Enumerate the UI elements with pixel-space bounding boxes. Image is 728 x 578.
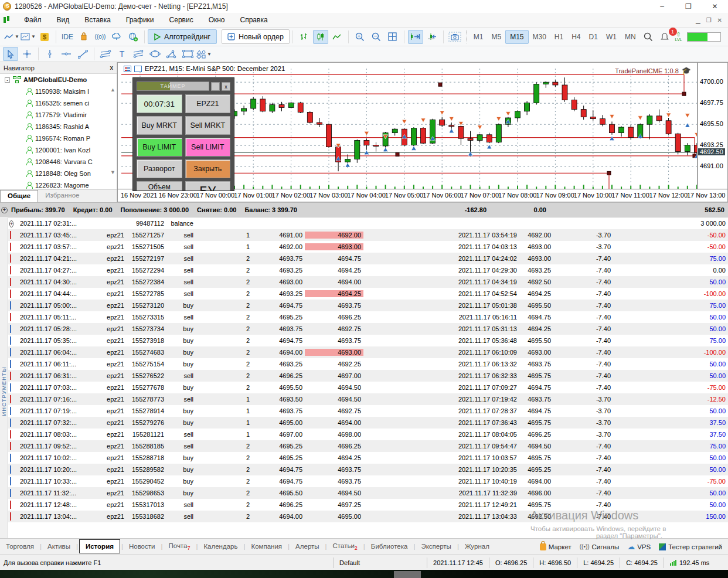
tile-windows-icon[interactable] <box>385 30 400 44</box>
mdi-minimize-icon[interactable]: ▁ <box>696 17 700 23</box>
tab-компания[interactable]: Компания <box>245 540 288 553</box>
shift-end-icon[interactable] <box>408 30 423 44</box>
trendline-tool-icon[interactable] <box>75 47 90 61</box>
summary-plus-icon[interactable]: + <box>1 207 8 213</box>
candles-chart-icon[interactable] <box>313 30 328 44</box>
line-chart-icon[interactable] <box>329 30 345 44</box>
menu-вставка[interactable]: Вставка <box>77 13 118 26</box>
sell-limit-button[interactable]: Sell LIMIT <box>185 138 231 157</box>
history-row[interactable]: 2021.11.17 11:32:...epz21155298653buy246… <box>8 487 728 499</box>
navigator-account[interactable]: 1226823: Magome <box>0 179 117 189</box>
vps-globe-icon[interactable]: + <box>125 30 141 44</box>
menu-вид[interactable]: Вид <box>49 13 77 26</box>
history-row[interactable]: 2021.11.17 05:00:...epz21155273120buy246… <box>8 300 728 311</box>
history-row[interactable]: +2021.11.17 02:31:...99487112balance3 00… <box>8 217 728 229</box>
vertical-line-tool-icon[interactable] <box>42 47 57 61</box>
timeframe-m30[interactable]: M30 <box>529 30 550 44</box>
history-row[interactable]: 2021.11.17 12:48:...epz21155317013sell24… <box>8 499 728 511</box>
tab-эксперты[interactable]: Эксперты <box>415 540 457 553</box>
history-row[interactable]: 2021.11.17 10:20:...epz21155289582buy246… <box>8 464 728 475</box>
tab-новости[interactable]: Новости <box>123 540 161 553</box>
tab-календарь[interactable]: Календарь <box>198 540 243 553</box>
timeframe-m15[interactable]: M15 <box>505 30 528 44</box>
history-row[interactable]: 2021.11.17 05:28:...epz21155273734buy246… <box>8 323 728 335</box>
rectangle-tool-icon[interactable] <box>180 47 195 61</box>
navigator-account[interactable]: 1200001: Ivan Kozl <box>0 144 117 156</box>
channel-tool-icon[interactable] <box>98 47 113 61</box>
zoom-in-icon[interactable] <box>352 30 368 44</box>
history-row[interactable]: 2021.11.17 04:21:...epz21155272197sell24… <box>8 253 728 264</box>
buy-market-button[interactable]: Buy MRKT <box>137 116 182 135</box>
tab-активы[interactable]: Активы <box>42 540 76 553</box>
history-row[interactable]: 2021.11.17 03:57:...epz21155271505sell14… <box>8 241 728 253</box>
menu-файл[interactable]: Файл <box>16 13 49 26</box>
navigator-account[interactable]: 1208446: Varvara C <box>0 156 117 168</box>
zoom-out-icon[interactable] <box>369 30 384 44</box>
breakeven-button[interactable]: БУ <box>185 181 231 191</box>
fibonacci-tool-icon[interactable] <box>131 47 146 61</box>
timeframe-mn[interactable]: MN <box>621 30 640 44</box>
sell-market-button[interactable]: Sell MRKT <box>185 116 231 135</box>
navigator-account[interactable]: 1177579: Vladimir <box>0 109 117 121</box>
timeframe-w1[interactable]: W1 <box>602 30 621 44</box>
depth-of-market-icon[interactable] <box>134 66 142 72</box>
timeframe-m5[interactable]: M5 <box>488 30 506 44</box>
menu-графики[interactable]: Графики <box>118 13 162 26</box>
crosshair-tool-icon[interactable] <box>19 47 35 61</box>
price-scale[interactable]: 4700.004697.754695.504693.254691.004692.… <box>697 63 727 189</box>
timeframe-d1[interactable]: D1 <box>585 30 602 44</box>
market-bag-icon[interactable] <box>76 30 91 44</box>
triangle-tool-icon[interactable] <box>164 47 179 61</box>
close-position-button[interactable]: Закрыть <box>185 159 231 178</box>
history-row[interactable]: 2021.11.17 05:35:...epz21155273918buy246… <box>8 335 728 346</box>
buy-limit-button[interactable]: Buy LIMIT <box>137 138 182 157</box>
ellipse-tool-icon[interactable] <box>147 47 162 61</box>
navigator-account[interactable]: 1218848: Oleg Son <box>0 168 117 179</box>
volume-field[interactable]: Объем 0.00 <box>137 181 182 191</box>
market-button[interactable]: Маркет <box>540 543 571 550</box>
symbols-button[interactable]: $ <box>37 30 52 44</box>
toolbox-side-tab[interactable]: ИНСТРУМЕНТЫ <box>0 202 8 538</box>
timeframe-h1[interactable]: H1 <box>550 30 567 44</box>
history-row[interactable]: 2021.11.17 06:31:...epz21155276522sell24… <box>8 370 728 382</box>
cursor-tool-icon[interactable] <box>3 47 18 61</box>
tree-collapse-icon[interactable]: - <box>5 77 10 83</box>
history-row[interactable]: 2021.11.17 07:03:...epz21155277678buy246… <box>8 382 728 393</box>
history-row[interactable]: 2021.11.17 09:52:...epz21155288185sell24… <box>8 440 728 452</box>
history-row[interactable]: 2021.11.17 10:02:...epz21155288718buy246… <box>8 452 728 464</box>
navigator-account[interactable]: 1165325: semen ci <box>0 97 117 109</box>
history-row[interactable]: 2021.11.17 08:03:...epz21155281121sell14… <box>8 429 728 440</box>
panel-close-button[interactable]: x <box>222 82 230 91</box>
horizontal-line-tool-icon[interactable] <box>59 47 74 61</box>
maximize-button[interactable]: ❐ <box>675 0 702 13</box>
panel-minimize-button[interactable] <box>211 82 220 91</box>
tab-почта[interactable]: Почта7 <box>162 539 196 554</box>
history-row[interactable]: 2021.11.17 13:04:...epz21155318682sell24… <box>8 511 728 522</box>
shift-left-icon[interactable] <box>424 30 440 44</box>
new-chart-dropdown[interactable]: ▼ <box>21 30 36 44</box>
navigator-tab-избранное[interactable]: Избранное <box>38 190 86 202</box>
bars-chart-icon[interactable] <box>297 30 312 44</box>
tab-журнал[interactable]: Журнал <box>459 540 495 553</box>
menu-справка[interactable]: Справка <box>233 13 275 26</box>
graduation-cap-icon[interactable]: 🎓 <box>682 66 691 75</box>
tab-библиотека[interactable]: Библиотека <box>365 540 414 553</box>
timeframe-h4[interactable]: H4 <box>567 30 584 44</box>
screenshot-camera-icon[interactable] <box>447 30 462 44</box>
mdi-restore-icon[interactable]: ❐ <box>706 17 712 23</box>
menu-сервис[interactable]: Сервис <box>162 13 201 26</box>
navigator-account[interactable]: 1186345: Rashid A <box>0 121 117 132</box>
scroll-up-icon[interactable]: ▲ <box>110 87 115 93</box>
timeframe-m1[interactable]: M1 <box>470 30 488 44</box>
navigator-account[interactable]: 1196574: Roman P <box>0 132 117 144</box>
search-icon[interactable] <box>641 30 656 44</box>
history-row[interactable]: 2021.11.17 07:19:...epz21155278914buy146… <box>8 405 728 417</box>
ide-button[interactable]: IDE <box>60 30 75 44</box>
notifications-bell-icon[interactable]: 1 <box>657 30 672 44</box>
navigator-tab-общие[interactable]: Общие <box>0 190 38 202</box>
symbol-button[interactable]: EPZ21 <box>185 94 231 113</box>
menu-окно[interactable]: Окно <box>201 13 233 26</box>
close-button[interactable]: ✕ <box>702 0 728 13</box>
tab-торговля[interactable]: Торговля <box>0 540 40 553</box>
signals-button[interactable]: ((•))Сигналы <box>580 543 619 550</box>
